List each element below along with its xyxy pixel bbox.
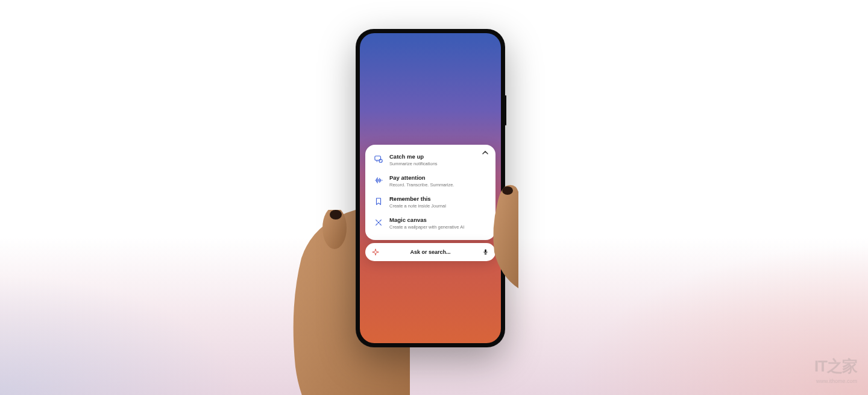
action-catch-me-up[interactable]: Catch me up Summarize notifications [365, 150, 495, 171]
actions-card: Catch me up Summarize notifications Pay … [365, 145, 495, 240]
svg-point-4 [378, 221, 380, 223]
microphone-icon[interactable] [481, 248, 489, 256]
phone-frame: Catch me up Summarize notifications Pay … [356, 29, 505, 347]
action-title: Catch me up [389, 153, 487, 160]
collapse-button[interactable] [481, 148, 489, 157]
search-bar[interactable] [365, 243, 495, 261]
action-subtitle: Record. Transcribe. Summarize. [389, 182, 487, 188]
action-title: Pay attention [389, 174, 487, 182]
sparkle-icon [374, 218, 383, 227]
action-subtitle: Create a wallpaper with generative AI [389, 224, 487, 230]
watermark: IT之家 www.ithome.com [814, 356, 857, 384]
action-title: Magic canvas [389, 216, 487, 224]
chevron-up-icon [482, 150, 488, 156]
search-input[interactable] [380, 249, 481, 255]
action-pay-attention[interactable]: Pay attention Record. Transcribe. Summar… [365, 171, 495, 192]
action-title: Remember this [389, 195, 487, 203]
watermark-logo: IT之家 [814, 356, 857, 377]
chat-icon [374, 154, 383, 164]
soundwave-icon [374, 175, 383, 185]
assistant-icon [371, 248, 380, 256]
svg-rect-5 [485, 249, 486, 253]
bookmark-icon [374, 197, 383, 206]
action-subtitle: Create a note inside Journal [389, 203, 487, 209]
phone-screen: Catch me up Summarize notifications Pay … [360, 33, 501, 343]
action-subtitle: Summarize notifications [389, 161, 487, 167]
svg-point-1 [330, 210, 342, 220]
phone-mockup: Catch me up Summarize notifications Pay … [356, 29, 512, 367]
action-magic-canvas[interactable]: Magic canvas Create a wallpaper with gen… [365, 213, 495, 234]
svg-point-0 [322, 210, 347, 249]
action-remember-this[interactable]: Remember this Create a note inside Journ… [365, 192, 495, 213]
watermark-url: www.ithome.com [814, 378, 857, 384]
